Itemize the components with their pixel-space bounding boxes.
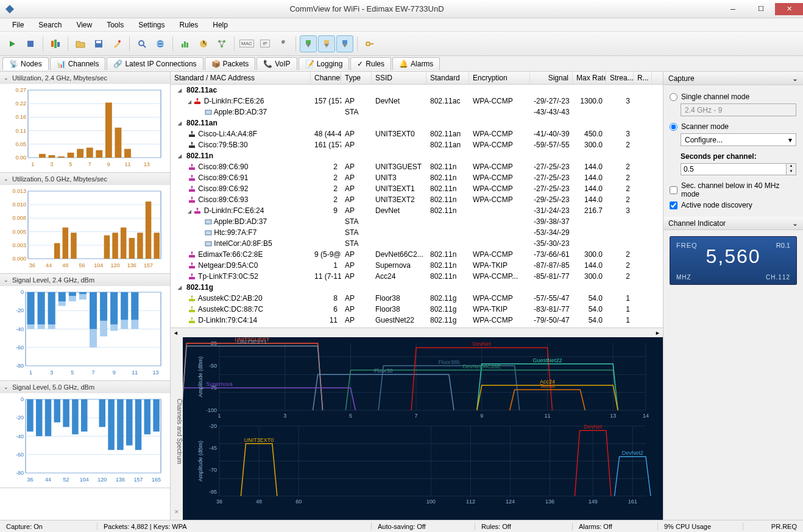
table-group-header[interactable]: ◢ 802.11n [171, 150, 663, 161]
table-row[interactable]: ◢ D-LinkIn:FC:E6:249APDevNet802.11n-31/-… [171, 205, 663, 216]
col-mac[interactable]: Standard / MAC Address [171, 72, 311, 84]
col-encryption[interactable]: Encryption [469, 72, 530, 84]
svg-text:-20: -20 [16, 307, 24, 313]
col-standard[interactable]: Standard [426, 72, 469, 84]
filter-m-button[interactable] [318, 35, 335, 52]
filter-d-button[interactable] [300, 35, 317, 52]
tab-voip[interactable]: 📞VoIP [256, 57, 297, 70]
col-r[interactable]: R... [634, 72, 652, 84]
table-row[interactable]: Cisco:89:C6:912APUNIT3802.11nWPA-CCMP-27… [171, 172, 663, 183]
tab-rules[interactable]: ✓Rules [350, 57, 391, 70]
menu-tools[interactable]: Tools [99, 19, 131, 30]
svg-rect-134 [121, 292, 128, 320]
spin-down-icon[interactable]: ▼ [787, 169, 796, 175]
sec-channel-check[interactable]: Sec. channel below in 40 MHz mode [670, 181, 797, 198]
wrench-button[interactable] [275, 35, 292, 52]
menu-file[interactable]: File [5, 19, 31, 30]
configure-select[interactable]: Configure...▾ [681, 133, 796, 146]
seconds-input[interactable] [681, 163, 787, 175]
table-subrow[interactable]: Apple:BD:AD:37STA-43/-43/-43 [171, 107, 663, 117]
menu-rules[interactable]: Rules [172, 19, 206, 30]
open-button[interactable] [72, 35, 89, 52]
menu-help[interactable]: Help [205, 19, 235, 30]
svg-text:-20: -20 [16, 415, 24, 421]
svg-rect-90 [112, 233, 118, 259]
col-ssid[interactable]: SSID [372, 72, 426, 84]
stats2-button[interactable] [195, 35, 212, 52]
find-button[interactable] [133, 35, 150, 52]
svg-rect-80 [54, 243, 60, 259]
scanner-mode-radio[interactable]: Scanner mode [670, 122, 797, 131]
col-type[interactable]: Type [341, 72, 372, 84]
filter-c-button[interactable] [336, 35, 353, 52]
table-row[interactable]: ◢ D-LinkIn:FC:E6:26157 (157-161@40...APD… [171, 96, 663, 107]
table-group-header[interactable]: ◢ 802.11ac [171, 85, 663, 96]
clear-button[interactable] [108, 35, 126, 52]
globe-button[interactable] [152, 35, 169, 52]
table-subrow[interactable]: Apple:BD:AD:37STA-39/-38/-37 [171, 216, 663, 227]
panel-util50-header[interactable]: ⌄Utilization, 5.0 GHz, Mbytes/sec [0, 173, 170, 185]
table-row[interactable]: Tp-LinkT:F3:0C:5211 (7-11@40)APAcc24802.… [171, 271, 663, 282]
channels-button[interactable] [47, 35, 64, 52]
table-row[interactable]: EdimaxTe:66:C2:8E9 (5-9@40)APDevNet66C2.… [171, 249, 663, 260]
single-channel-radio[interactable]: Single channel mode [670, 93, 797, 101]
stats1-button[interactable] [177, 35, 194, 52]
menu-settings[interactable]: Settings [131, 19, 172, 30]
mac-button[interactable]: MAC [238, 35, 255, 52]
table-subrow[interactable]: IntelCor:A0:8F:B5STA-35/-30/-23 [171, 238, 663, 249]
active-discovery-check[interactable]: Active node discovery [670, 201, 797, 209]
play-button[interactable] [4, 35, 21, 52]
tab-channels[interactable]: 📊Channels [50, 57, 106, 70]
panel-sig24-header[interactable]: ⌄Signal Level, 2.4 GHz, dBm [0, 274, 170, 286]
capture-header[interactable]: Capture⌄ [663, 72, 803, 85]
col-signal[interactable]: Signal [530, 72, 573, 84]
table-row[interactable]: Cisco:89:C6:902APUNIT3GUEST802.11nWPA-CC… [171, 161, 663, 172]
maximize-button[interactable]: ☐ [747, 3, 775, 15]
table-row[interactable]: Netgear:D9:5A:C01APSupernova802.11nWPA-T… [171, 260, 663, 271]
table-row[interactable]: Cisco:89:C6:932APUNIT3EXT2802.11nWPA-CCM… [171, 194, 663, 205]
save-button[interactable] [90, 35, 107, 52]
col-channel[interactable]: Channel [311, 72, 341, 84]
table-row[interactable]: AsustekC:DC:88:7C6APFloor38802.11gWPA-TK… [171, 304, 663, 315]
svg-rect-168 [72, 399, 78, 434]
key-button[interactable] [361, 35, 378, 52]
table-row[interactable]: AsustekC:D2:AB:208APFloor38802.11gWPA-CC… [171, 293, 663, 304]
table-subrow[interactable]: Htc:99:7A:F7STA-53/-34/-29 [171, 227, 663, 238]
tab-alarms[interactable]: 🔔Alarms [392, 57, 440, 70]
hscrollbar[interactable]: ◄► [171, 327, 663, 337]
svg-rect-235 [189, 321, 195, 323]
panel-util24-header[interactable]: ⌄Utilization, 2.4 GHz, Mbytes/sec [0, 72, 170, 84]
col-streams[interactable]: Strea... [606, 72, 634, 84]
nodes-button[interactable] [213, 35, 230, 52]
spin-up-icon[interactable]: ▲ [787, 164, 796, 169]
svg-rect-175 [99, 399, 105, 427]
indicator-header[interactable]: Channel Indicator⌄ [663, 217, 803, 230]
tab-nodes[interactable]: 📡Nodes [2, 57, 49, 70]
panel-sig50-header[interactable]: ⌄Signal Level, 5.0 GHz, dBm [0, 381, 170, 393]
close-button[interactable]: ✕ [775, 3, 803, 15]
svg-text:-20: -20 [209, 423, 217, 429]
stop-button[interactable] [22, 35, 39, 52]
svg-rect-218 [205, 231, 211, 235]
nodes-table[interactable]: Standard / MAC Address Channel Type SSID… [171, 72, 663, 327]
minimize-button[interactable]: ─ [719, 3, 747, 15]
table-group-header[interactable]: ◢ 802.11an [171, 117, 663, 128]
menu-view[interactable]: View [69, 19, 99, 30]
ip-button[interactable]: IP [256, 35, 274, 52]
table-row[interactable]: Cisco:79:5B:30161 (157-161@40...AP802.11… [171, 139, 663, 150]
table-row[interactable]: Cisco:89:C6:922APUNIT3EXT1802.11nWPA-CCM… [171, 183, 663, 194]
spectrum-close-button[interactable]: ✕ [174, 509, 179, 515]
svg-rect-188 [144, 399, 150, 434]
col-maxrate[interactable]: Max Rate [573, 72, 606, 84]
table-row[interactable]: Cisco-Li:4A:A4:8F48 (44-48@40)APUNIT3EXT… [171, 128, 663, 139]
table-row[interactable]: D-LinkIn:79:C4:1411APGuestNet22802.11gWP… [171, 315, 663, 326]
svg-point-198 [191, 131, 193, 133]
svg-text:3: 3 [50, 369, 53, 376]
tab-packets[interactable]: 📦Packets [205, 57, 256, 70]
tab-connections[interactable]: 🔗Latest IP Connections [107, 57, 203, 70]
tab-logging[interactable]: 📝Logging [299, 57, 350, 70]
seconds-spinbox[interactable]: ▲▼ [681, 163, 796, 175]
table-group-header[interactable]: ◢ 802.11g [171, 282, 663, 293]
menu-search[interactable]: Search [31, 19, 69, 30]
status-pr: PR.REQ [743, 523, 803, 530]
